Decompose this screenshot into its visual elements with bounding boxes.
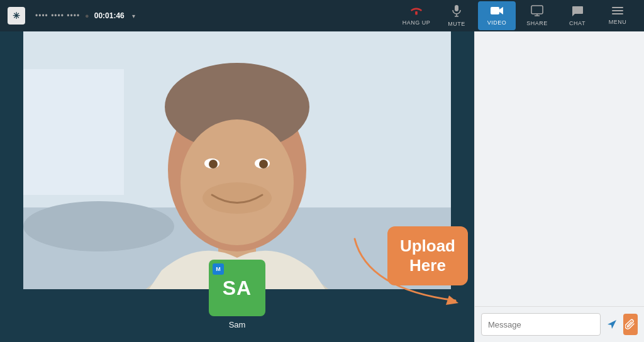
svg-point-15: [23, 201, 174, 251]
logo-area: ✳: [8, 7, 25, 25]
chat-message-input[interactable]: [481, 313, 601, 336]
mute-button[interactable]: MUTE: [438, 1, 475, 30]
menu-button[interactable]: MENU: [599, 1, 636, 30]
thumbnail-video-box: M SA: [209, 260, 265, 316]
svg-rect-5: [531, 6, 543, 14]
call-info: •••• •••• •••• ● 00:01:46 ▾: [35, 11, 135, 20]
video-icon: [490, 6, 504, 18]
thumbnail-badge: M: [213, 263, 224, 275]
chat-send-button[interactable]: [604, 314, 619, 335]
call-timer: 00:01:46: [94, 11, 125, 20]
share-label: SHARE: [526, 20, 548, 26]
svg-rect-1: [455, 5, 458, 11]
svg-point-24: [259, 160, 268, 168]
share-button[interactable]: SHARE: [518, 1, 556, 30]
video-label: VIDEO: [487, 19, 507, 26]
mute-label: MUTE: [448, 21, 465, 27]
local-video-thumbnail: M SA Sam: [209, 260, 265, 329]
mute-icon: [452, 4, 462, 19]
hang-up-button[interactable]: HANG UP: [397, 1, 435, 30]
dropdown-arrow-icon[interactable]: ▾: [132, 13, 135, 19]
thumbnail-initials: SA: [223, 277, 252, 300]
video-area: Upload Here M SA Sam: [0, 31, 474, 342]
svg-point-25: [203, 182, 272, 214]
share-icon: [531, 5, 543, 19]
svg-rect-14: [23, 69, 124, 195]
topbar: ✳ •••• •••• •••• ● 00:01:46 ▾ HANG UP: [0, 0, 644, 31]
hang-up-icon: [409, 6, 423, 18]
nav-actions: HANG UP MUTE VIDEO: [397, 1, 636, 30]
hang-up-label: HANG UP: [402, 19, 431, 26]
chat-icon: [571, 5, 584, 19]
svg-point-23: [209, 160, 218, 168]
chat-button[interactable]: CHAT: [558, 1, 596, 30]
chat-input-area: [475, 306, 644, 342]
chat-sidebar: [474, 31, 644, 342]
call-number: •••• •••• ••••: [35, 11, 80, 20]
chat-attach-button[interactable]: [623, 314, 638, 335]
svg-rect-4: [491, 7, 499, 14]
menu-label: MENU: [609, 19, 627, 25]
chat-messages-area: [475, 31, 644, 306]
main-content: Upload Here M SA Sam: [0, 31, 644, 342]
menu-icon: [611, 6, 624, 18]
thumbnail-name: Sam: [229, 320, 246, 329]
upload-callout: Upload Here: [387, 226, 468, 285]
svg-rect-0: [415, 11, 418, 15]
app-logo: ✳: [8, 7, 25, 25]
video-button[interactable]: VIDEO: [478, 1, 516, 30]
chat-label: CHAT: [569, 20, 586, 26]
